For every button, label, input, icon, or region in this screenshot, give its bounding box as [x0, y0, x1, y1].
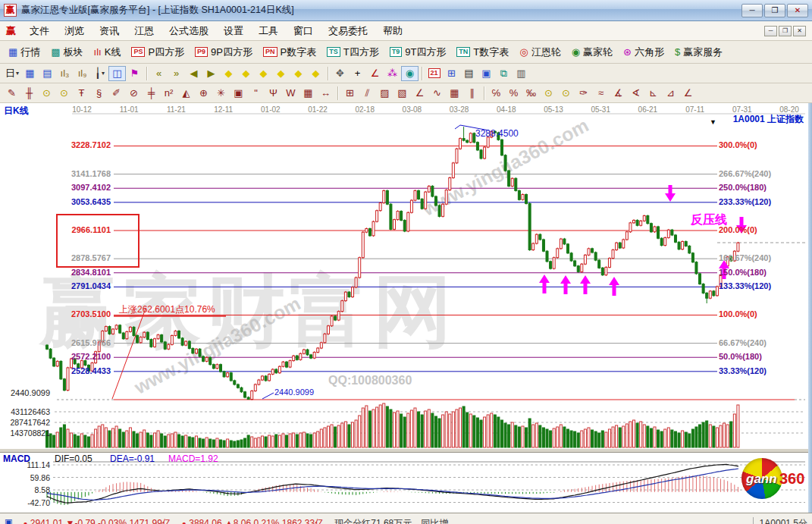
maximize-button[interactable]: ❐ [764, 4, 785, 17]
kline-button[interactable]: ılıK线 [89, 44, 127, 61]
winner-wheel-button[interactable]: ◉赢家轮 [566, 44, 618, 61]
color-flag-icon[interactable]: ⚑ [126, 66, 143, 81]
angle-4-tool-icon[interactable]: ⊿ [662, 86, 679, 101]
minimize-button[interactable]: ─ [741, 4, 763, 17]
parallel-lines-tool-icon[interactable]: ∥ [463, 86, 481, 101]
market-quotes-button[interactable]: ▦行情 [3, 44, 45, 61]
info-note-icon[interactable]: ▤ [39, 66, 56, 81]
angle-measure-icon[interactable]: ∠ [366, 66, 384, 81]
chart-9-period-icon[interactable]: ıl₉ [74, 66, 91, 81]
menu-item-tools[interactable]: 工具 [251, 22, 286, 40]
9p-square-button[interactable]: P99P四方形 [190, 44, 258, 61]
t-number-table-button[interactable]: TNT数字表 [451, 44, 514, 61]
pencil-tool-icon[interactable]: ✎ [3, 86, 20, 101]
mdi-minimize-button[interactable]: ─ [764, 26, 777, 36]
spiral-tool-icon[interactable]: § [90, 86, 108, 101]
p-square-button[interactable]: PSP四方形 [126, 44, 190, 61]
menu-item-window[interactable]: 窗口 [286, 22, 321, 40]
nav-prev-icon[interactable]: ◀ [185, 66, 202, 81]
winner-service-button[interactable]: $赢家服务 [669, 44, 728, 61]
circle-slash-tool-icon[interactable]: ⊘ [125, 86, 143, 101]
candle-style-icon[interactable]: ╽▾ [91, 66, 108, 81]
wave-2-tool-icon[interactable]: ≈ [592, 86, 610, 101]
crosshair-icon[interactable]: + [349, 66, 366, 81]
angle-2-tool-icon[interactable]: ∢ [627, 86, 644, 101]
close-button[interactable]: ✕ [787, 4, 808, 17]
number-grid-tool-icon[interactable]: ▦ [299, 86, 317, 101]
permille-tool-icon[interactable]: ‰ [522, 86, 540, 101]
menu-item-settings[interactable]: 设置 [216, 22, 251, 40]
star-tool-icon[interactable]: ✳ [212, 86, 230, 101]
chart-panel[interactable]: 赢家财富网 www.yingjia360.com www.yingjia360.… [0, 103, 808, 513]
menu-item-browse[interactable]: 浏览 [57, 22, 92, 40]
quote-grid-icon[interactable]: ▦ [21, 66, 39, 81]
save-icon[interactable]: ▣ [478, 66, 495, 81]
angle-line-tool-icon[interactable]: ∠ [411, 86, 428, 101]
hatch-grid-icon[interactable]: ╫ [20, 86, 38, 101]
mdi-restore-button[interactable]: ❐ [779, 26, 792, 36]
sectors-button[interactable]: ▩板块 [45, 44, 88, 61]
menu-item-help[interactable]: 帮助 [375, 22, 410, 40]
p-number-table-button[interactable]: PNP数字表 [258, 44, 321, 61]
pan-hand-icon[interactable]: ✥ [331, 66, 349, 81]
angle-3-tool-icon[interactable]: ⊾ [644, 86, 662, 101]
quote-marks-tool-icon[interactable]: ʺ [247, 86, 265, 101]
width-measure-tool-icon[interactable]: ↔ [317, 86, 334, 101]
gann-box-tool-icon[interactable]: ▨ [376, 86, 393, 101]
diamond-right-icon[interactable]: ◆ [237, 66, 255, 81]
chart-3-period-icon[interactable]: ıl₃ [56, 66, 74, 81]
9t-square-button[interactable]: T99T四方形 [384, 44, 452, 61]
notepad-icon[interactable]: ▤ [460, 66, 478, 81]
nav-last-icon[interactable]: » [168, 66, 185, 81]
center-box-tool-icon[interactable]: ▣ [230, 86, 247, 101]
pattern-view-icon[interactable]: ◫ [108, 66, 126, 81]
t-square-button[interactable]: TST四方形 [321, 44, 384, 61]
a-angle-tool-icon[interactable]: ◭ [177, 86, 195, 101]
menu-item-news[interactable]: 资讯 [92, 22, 127, 40]
diamond-h-expand-icon[interactable]: ◆ [255, 66, 272, 81]
win-tool-icon[interactable]: W [282, 86, 299, 101]
diamond-expand-all-icon[interactable]: ◆ [307, 66, 324, 81]
calculator-icon[interactable]: ⊞ [443, 66, 460, 81]
gold-section-1-icon[interactable]: ⊙ [38, 86, 55, 101]
menu-item-file[interactable]: 文件 [22, 22, 57, 40]
diamond-h-shrink-icon[interactable]: ◆ [272, 66, 290, 81]
hexagon-button[interactable]: ⊛六角形 [618, 44, 669, 61]
gold-section-2-icon[interactable]: ⊙ [55, 86, 73, 101]
brush-tool-icon[interactable]: ✑ [575, 86, 592, 101]
t-line-tool-icon[interactable]: Ŧ [73, 86, 90, 101]
symbol-dropdown-icon[interactable]: ▼ [710, 118, 716, 126]
gann-fan-tool-icon[interactable]: ⫽ [359, 86, 376, 101]
gann-grid-tool-icon[interactable]: ⊞ [341, 86, 359, 101]
gann-circle-tool-icon[interactable]: ⊕ [195, 86, 212, 101]
compare-ratio-tool-icon[interactable]: ℅ [488, 86, 505, 101]
nav-next-icon[interactable]: ▶ [202, 66, 220, 81]
psi-tool-icon[interactable]: Ψ [265, 86, 282, 101]
nav-first-icon[interactable]: « [150, 66, 168, 81]
diamond-v-expand-icon[interactable]: ◆ [290, 66, 307, 81]
angle-1-tool-icon[interactable]: ∡ [610, 86, 627, 101]
pencil-2-tool-icon[interactable]: ✐ [108, 86, 125, 101]
calendar-21-icon[interactable]: 21 [425, 66, 443, 81]
menu-item-trade-entrust[interactable]: 交易委托 [321, 22, 375, 40]
menu-item-gann[interactable]: 江恩 [127, 22, 161, 40]
print-icon[interactable]: ▥ [513, 66, 530, 81]
diamond-left-icon[interactable]: ◆ [220, 66, 237, 81]
zigzag-tool-icon[interactable]: ∿ [428, 86, 446, 101]
dense-grid-tool-icon[interactable]: ▦ [446, 86, 463, 101]
gann-brain-icon[interactable]: ◉ [401, 66, 419, 81]
angle-5-tool-icon[interactable]: ∠ [679, 86, 697, 101]
percent-tool-icon[interactable]: % [505, 86, 522, 101]
fractal-tool-icon[interactable]: ⁂ [384, 66, 401, 81]
mdi-close-button[interactable]: ✕ [793, 26, 806, 36]
gold-circle-1-tool-icon[interactable]: ⊙ [540, 86, 557, 101]
menu-item-formula-stock-picker[interactable]: 公式选股 [161, 22, 216, 40]
export-image-icon[interactable]: ⧉ [495, 66, 513, 81]
hatch-grid-2-icon[interactable]: ╪ [143, 86, 160, 101]
gold-circle-2-tool-icon[interactable]: ⊙ [557, 86, 575, 101]
period-daily-icon[interactable]: 日▾ [3, 66, 21, 81]
gann-wheel-button[interactable]: ◎江恩轮 [514, 44, 566, 61]
gann-box-2-tool-icon[interactable]: ▧ [393, 86, 411, 101]
n-square-tool-icon[interactable]: n² [160, 86, 177, 101]
macd-axis-label: 8.58 [5, 485, 50, 494]
